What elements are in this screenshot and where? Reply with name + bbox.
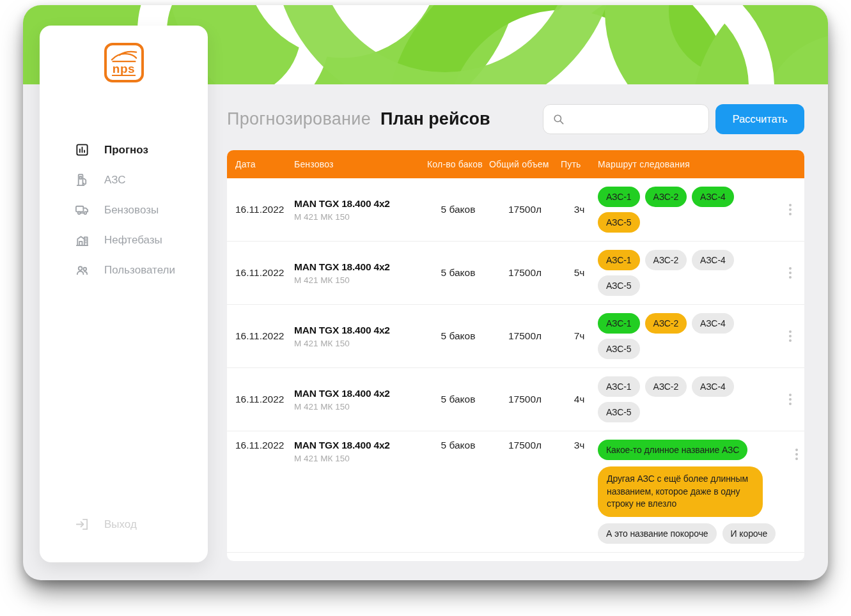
- sidebar-item-logout[interactable]: Выход: [40, 509, 208, 539]
- route-badge: АЗС-5: [598, 212, 640, 233]
- sidebar-item-label: Бензовозы: [104, 204, 159, 217]
- route-badge: АЗС-5: [598, 275, 640, 296]
- bar-chart-icon: [75, 142, 90, 157]
- volume-cell: 17500л: [489, 394, 561, 405]
- route-badge: АЗС-5: [598, 402, 640, 422]
- route-badge: И короче: [722, 523, 776, 544]
- tanks-cell: 5 баков: [427, 440, 489, 451]
- sidebar-item-label: АЗС: [104, 174, 126, 187]
- sidebar-item-forecast[interactable]: Прогноз: [40, 135, 208, 165]
- truck-plate: М 421 МК 150: [294, 275, 427, 285]
- route-badge: АЗС-4: [692, 376, 734, 397]
- column-header-tanks: Кол-во баков: [427, 159, 489, 169]
- breadcrumb: Прогнозирование: [227, 109, 371, 129]
- sidebar-item-users[interactable]: Пользователи: [40, 255, 208, 285]
- column-header-truck: Бензовоз: [294, 159, 427, 169]
- row-menu-button[interactable]: [776, 390, 804, 409]
- tanks-cell: 5 баков: [427, 267, 489, 279]
- truck-plate: М 421 МК 150: [294, 212, 427, 222]
- route-badge: АЗС-1: [598, 313, 640, 334]
- tanks-cell: 5 баков: [427, 204, 489, 215]
- duration-cell: 3ч: [561, 204, 598, 215]
- logout-icon: [75, 517, 90, 532]
- fuel-pump-icon: [75, 173, 90, 187]
- route-badge: АЗС-2: [645, 250, 687, 270]
- route-cell: АЗС-1 АЗС-2 АЗС-4 АЗС-5: [598, 376, 776, 422]
- truck-plate: М 421 МК 150: [294, 402, 427, 412]
- route-badge: АЗС-1: [598, 376, 640, 397]
- truck-plate: М 421 МК 150: [294, 339, 427, 348]
- sidebar-item-gas-stations[interactable]: АЗС: [40, 165, 208, 195]
- table-header: Дата Бензовоз Кол-во баков Общий объем П…: [227, 150, 804, 178]
- row-menu-button[interactable]: [776, 200, 804, 219]
- sidebar-nav: Прогноз АЗС Бензовозы: [40, 135, 208, 285]
- route-badge: АЗС-1: [598, 250, 640, 270]
- sidebar: nps Прогноз АЗС: [40, 26, 208, 562]
- route-badge: Другая АЗС с ещё более длинным названием…: [598, 466, 763, 517]
- logo-text: nps: [112, 63, 136, 76]
- truck-cell: MAN TGX 18.400 4x2 М 421 МК 150: [294, 325, 427, 348]
- route-badge: АЗС-2: [645, 187, 687, 207]
- sidebar-item-label: Прогноз: [104, 144, 148, 157]
- truck-model: MAN TGX 18.400 4x2: [294, 388, 427, 399]
- logout-label: Выход: [104, 518, 137, 531]
- route-cell: Какое-то длинное название АЗС Другая АЗС…: [598, 440, 782, 544]
- page-title: План рейсов: [380, 109, 490, 129]
- column-header-duration: Путь: [561, 159, 598, 169]
- route-badge: АЗС-4: [692, 250, 734, 270]
- route-badge: Какое-то длинное название АЗС: [598, 440, 747, 460]
- column-header-route: Маршрут следования: [598, 159, 776, 169]
- calculate-button[interactable]: Рассчитать: [715, 104, 804, 134]
- date-cell: 16.11.2022: [227, 204, 294, 215]
- tanks-cell: 5 баков: [427, 394, 489, 405]
- duration-cell: 3ч: [561, 440, 598, 451]
- truck-plate: М 421 МК 150: [294, 454, 427, 463]
- volume-cell: 17500л: [489, 330, 561, 342]
- table-row: 16.11.2022 MAN TGX 18.400 4x2 М 421 МК 1…: [227, 242, 804, 305]
- sidebar-item-label: Нефтебазы: [104, 234, 162, 247]
- truck-model: MAN TGX 18.400 4x2: [294, 261, 427, 273]
- depot-icon: [75, 233, 90, 247]
- row-menu-button[interactable]: [776, 263, 804, 282]
- row-menu-button[interactable]: [782, 445, 804, 464]
- route-badge: АЗС-5: [598, 339, 640, 359]
- car-icon: [110, 50, 138, 63]
- app-window: nps Прогноз АЗС: [23, 5, 828, 580]
- route-cell: АЗС-1 АЗС-2 АЗС-4 АЗС-5: [598, 187, 776, 233]
- route-badge: АЗС-2: [645, 376, 687, 397]
- table-row: 16.11.2022 MAN TGX 18.400 4x2 М 421 МК 1…: [227, 431, 804, 553]
- date-cell: 16.11.2022: [227, 330, 294, 342]
- truck-model: MAN TGX 18.400 4x2: [294, 198, 427, 210]
- truck-model: MAN TGX 18.400 4x2: [294, 325, 427, 336]
- search-input[interactable]: [571, 114, 699, 125]
- truck-cell: MAN TGX 18.400 4x2 М 421 МК 150: [294, 198, 427, 222]
- trips-table: Дата Бензовоз Кол-во баков Общий объем П…: [227, 150, 804, 561]
- date-cell: 16.11.2022: [227, 440, 294, 451]
- column-header-volume: Общий объем: [489, 159, 561, 169]
- volume-cell: 17500л: [489, 267, 561, 279]
- truck-cell: MAN TGX 18.400 4x2 М 421 МК 150: [294, 261, 427, 285]
- route-badge: АЗС-1: [598, 187, 640, 207]
- row-menu-button[interactable]: [776, 327, 804, 346]
- tanks-cell: 5 баков: [427, 330, 489, 342]
- page-header: Прогнозирование План рейсов Рассчитать: [227, 101, 804, 137]
- volume-cell: 17500л: [489, 204, 561, 215]
- route-badge: А это название покороче: [598, 523, 717, 544]
- route-cell: АЗС-1 АЗС-2 АЗС-4 АЗС-5: [598, 313, 776, 359]
- truck-cell: MAN TGX 18.400 4x2 М 421 МК 150: [294, 388, 427, 412]
- truck-cell: MAN TGX 18.400 4x2 М 421 МК 150: [294, 440, 427, 463]
- date-cell: 16.11.2022: [227, 394, 294, 405]
- table-row: 16.11.2022 MAN TGX 18.400 4x2 М 421 МК 1…: [227, 368, 804, 431]
- date-cell: 16.11.2022: [227, 267, 294, 279]
- volume-cell: 17500л: [489, 440, 561, 451]
- sidebar-item-oil-depots[interactable]: Нефтебазы: [40, 225, 208, 255]
- sidebar-item-label: Пользователи: [104, 264, 175, 277]
- search-box[interactable]: [543, 104, 709, 134]
- search-icon: [552, 113, 565, 125]
- route-badge: АЗС-4: [692, 187, 734, 207]
- route-badge: АЗС-4: [692, 313, 734, 334]
- sidebar-item-fuel-trucks[interactable]: Бензовозы: [40, 195, 208, 225]
- truck-model: MAN TGX 18.400 4x2: [294, 440, 427, 451]
- duration-cell: 5ч: [561, 267, 598, 279]
- users-icon: [75, 263, 90, 277]
